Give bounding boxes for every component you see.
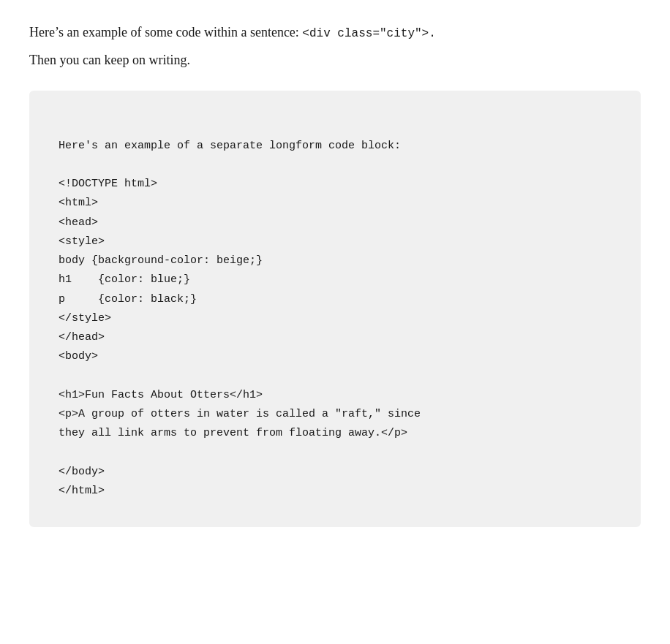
code-line: <p>A group of otters in water is called … [59,405,611,424]
intro-line2: Then you can keep on writing. [29,50,641,71]
code-line: <body> [59,347,611,366]
code-line: Here's an example of a separate longform… [59,137,611,156]
code-block: Here's an example of a separate longform… [29,91,641,527]
code-line [59,367,611,386]
intro-text-prefix: Here’s an example of some code within a … [29,25,302,39]
code-line [59,444,611,463]
code-line: <style> [59,232,611,251]
code-line: </style> [59,309,611,328]
code-line: <h1>Fun Facts About Otters</h1> [59,386,611,405]
code-line: <head> [59,213,611,232]
code-line: p {color: black;} [59,290,611,309]
code-line: body {background-color: beige;} [59,251,611,270]
intro-line1: Here’s an example of some code within a … [29,22,641,44]
code-line: </html> [59,482,611,501]
code-line: </body> [59,463,611,482]
code-line [59,156,611,175]
code-line: they all link arms to prevent from float… [59,424,611,443]
code-line: <html> [59,194,611,213]
code-line: <!DOCTYPE html> [59,175,611,194]
code-line: h1 {color: blue;} [59,270,611,289]
inline-code: <div class="city">. [302,27,435,40]
code-line: </head> [59,328,611,347]
